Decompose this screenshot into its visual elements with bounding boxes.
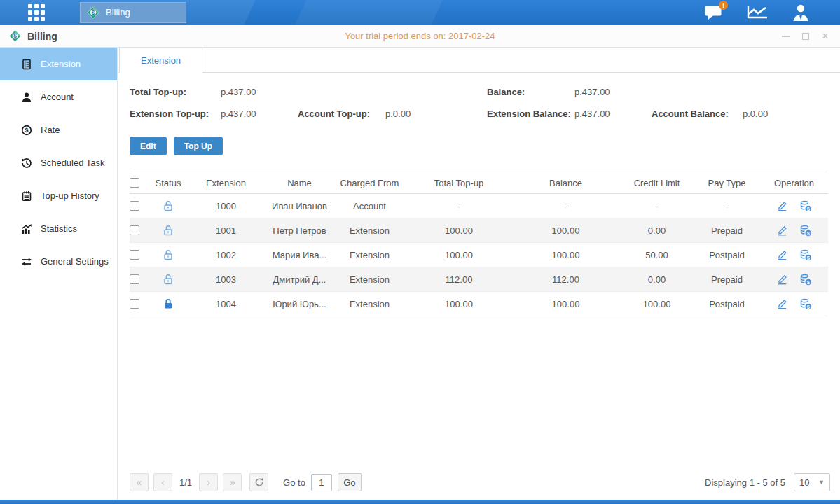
account-balance-value: p.0.00 [743, 108, 840, 119]
displaying-text: Displaying 1 - 5 of 5 [705, 477, 785, 488]
sidebar-item-extension[interactable]: Extension [0, 48, 117, 80]
edit-row-icon[interactable] [776, 274, 788, 286]
cell-name: Иван Иванов [266, 201, 333, 211]
prev-page-button[interactable]: ‹ [153, 473, 172, 491]
extension-topup-value: p.437.00 [221, 108, 298, 119]
page-size-value: 10 [799, 477, 809, 488]
topup-row-icon[interactable]: $ [799, 298, 812, 310]
topup-button[interactable]: Top Up [174, 136, 223, 155]
cell-credit-limit: 100.00 [620, 299, 694, 309]
cell-charged-from: Extension [333, 299, 406, 309]
goto-label: Go to [283, 477, 305, 488]
sidebar-item-label: Extension [41, 59, 81, 69]
sidebar-item-account[interactable]: Account [0, 80, 117, 113]
cell-total-topup: 100.00 [406, 299, 511, 309]
tab-extension[interactable]: Extension [119, 48, 202, 73]
header-name: Name [266, 178, 333, 188]
trial-notice: Your trial period ends on: 2017-02-24 [0, 31, 840, 41]
chevron-down-icon: ▼ [818, 479, 825, 486]
lock-status-icon [151, 225, 186, 236]
balance-value: p.437.00 [574, 87, 652, 97]
svg-text:$: $ [13, 32, 17, 39]
sidebar-item-rate[interactable]: $ Rate [0, 113, 117, 146]
edit-row-icon[interactable] [776, 200, 788, 212]
row-checkbox[interactable] [130, 299, 139, 309]
notification-badge: ! [719, 1, 728, 10]
desktop-topbar: $ Billing ! [0, 0, 840, 25]
cell-extension: 1000 [186, 201, 266, 211]
extension-icon [21, 59, 32, 70]
row-checkbox[interactable] [130, 250, 139, 260]
edit-row-icon[interactable] [776, 298, 788, 310]
cell-extension: 1003 [186, 274, 266, 285]
sidebar-item-label: Statistics [41, 223, 77, 234]
content-area: Extension Total Top-up: p.437.00 Balance… [118, 48, 840, 500]
row-checkbox[interactable] [130, 274, 139, 284]
app-launcher-icon[interactable] [28, 4, 48, 21]
svg-text:$: $ [92, 9, 95, 16]
cell-extension: 1004 [186, 299, 266, 309]
taskbar-item-label: Billing [106, 7, 130, 18]
header-charged-from: Charged From [333, 178, 406, 188]
extension-topup-label: Extension Top-up: [130, 108, 221, 119]
cell-balance: 112.00 [511, 274, 620, 285]
select-all-checkbox[interactable] [130, 178, 139, 188]
header-operation: Operation [760, 178, 828, 188]
cell-total-topup: 112.00 [406, 274, 511, 285]
table-row: 1004 Юрий Юрь... Extension 100.00 100.00… [130, 292, 828, 316]
edit-button[interactable]: Edit [130, 136, 167, 155]
go-button[interactable]: Go [338, 473, 362, 491]
sidebar-item-label: Account [41, 92, 74, 102]
row-checkbox[interactable] [130, 201, 139, 211]
topup-history-icon [21, 190, 32, 202]
pagination-bar: « ‹ 1/1 › » Go to Go Displaying 1 - 5 of… [130, 473, 830, 491]
sidebar-item-label: Top-up History [41, 190, 99, 201]
sidebar-item-label: General Settings [41, 256, 109, 267]
notifications-icon[interactable]: ! [703, 4, 725, 22]
close-button[interactable]: ✕ [820, 31, 830, 41]
user-account-icon[interactable] [790, 4, 812, 22]
extensions-table: Status Extension Name Charged From Total… [130, 172, 828, 316]
header-extension: Extension [186, 178, 266, 188]
sidebar-item-topup-history[interactable]: Top-up History [0, 179, 117, 212]
statistics-icon [21, 223, 32, 234]
last-page-button[interactable]: » [223, 473, 242, 491]
sidebar-item-general-settings[interactable]: General Settings [0, 245, 117, 278]
header-balance: Balance [511, 178, 620, 188]
minimize-button[interactable] [781, 31, 791, 41]
account-topup-value: p.0.00 [385, 108, 487, 119]
first-page-button[interactable]: « [130, 473, 149, 491]
resource-monitor-icon[interactable] [746, 4, 769, 22]
cell-name: Мария Ива... [266, 250, 333, 260]
topup-row-icon[interactable]: $ [799, 200, 812, 212]
scheduled-task-icon [21, 158, 32, 169]
cell-balance: 100.00 [511, 250, 620, 260]
taskbar-item-billing[interactable]: $ Billing [80, 2, 186, 23]
page-size-select[interactable]: 10 ▼ [794, 473, 830, 491]
edit-row-icon[interactable] [776, 249, 788, 261]
topup-row-icon[interactable]: $ [799, 225, 812, 237]
next-page-button[interactable]: › [199, 473, 218, 491]
sidebar-item-statistics[interactable]: Statistics [0, 212, 117, 245]
billing-diamond-icon: $ [86, 6, 100, 20]
refresh-icon[interactable] [249, 473, 268, 491]
rate-icon: $ [21, 125, 32, 136]
cell-credit-limit: 0.00 [620, 274, 694, 285]
topup-row-icon[interactable]: $ [799, 249, 812, 261]
account-topup-label: Account Top-up: [298, 108, 385, 119]
sidebar: Extension Account $ Rate [0, 48, 118, 500]
cell-credit-limit: - [620, 201, 694, 211]
sidebar-item-label: Rate [41, 125, 60, 135]
cell-pay-type: Prepaid [694, 274, 760, 285]
cell-balance: 100.00 [511, 225, 620, 236]
topup-row-icon[interactable]: $ [799, 274, 812, 286]
sidebar-item-scheduled-task[interactable]: Scheduled Task [0, 146, 117, 179]
maximize-button[interactable] [801, 31, 811, 41]
cell-extension: 1002 [186, 250, 266, 260]
goto-page-input[interactable] [311, 474, 332, 491]
balance-label: Balance: [487, 87, 574, 97]
row-checkbox[interactable] [130, 225, 139, 235]
edit-row-icon[interactable] [776, 225, 788, 237]
cell-pay-type: - [694, 201, 760, 211]
window-titlebar: $ Billing Your trial period ends on: 201… [0, 25, 840, 48]
